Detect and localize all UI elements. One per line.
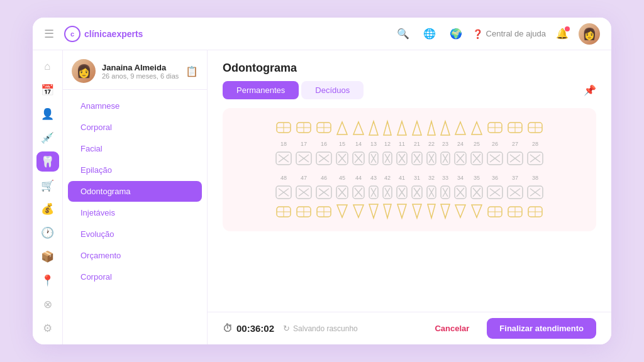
lower-tooth-34[interactable] <box>453 202 467 220</box>
box-44[interactable] <box>352 185 365 200</box>
sidebar-item-orcamento[interactable]: Orçamento <box>68 245 202 266</box>
tab-deciduos[interactable]: Decíduos <box>301 81 364 99</box>
lower-tooth-43[interactable] <box>368 202 379 220</box>
box-36[interactable] <box>486 185 504 200</box>
box-32[interactable] <box>426 185 437 200</box>
lower-tooth-42[interactable] <box>382 202 393 220</box>
nav-shop[interactable]: 🛒 <box>36 175 59 195</box>
box-38[interactable] <box>526 185 544 200</box>
search-icon[interactable]: 🔍 <box>393 24 413 44</box>
nav-calendar[interactable]: 📅 <box>36 80 59 101</box>
sidebar-item-odontograma[interactable]: Odontograma <box>68 181 202 202</box>
lower-tooth-33[interactable] <box>440 202 451 220</box>
sidebar-item-corporal-2[interactable]: Corporal <box>68 266 202 287</box>
sidebar-item-facial[interactable]: Facial <box>68 138 202 159</box>
tooth-17[interactable] <box>295 119 313 137</box>
lower-tooth-35[interactable] <box>470 202 484 220</box>
box-12[interactable] <box>382 151 393 166</box>
box-35[interactable] <box>470 185 484 200</box>
tooth-13[interactable] <box>368 119 379 137</box>
avatar[interactable]: 👩 <box>579 23 600 45</box>
tooth-22[interactable] <box>426 119 437 137</box>
lower-tooth-37[interactable] <box>506 202 524 220</box>
nav-treatments[interactable]: 💉 <box>36 128 59 148</box>
lower-tooth-31[interactable] <box>411 202 423 220</box>
sidebar-item-corporal-1[interactable]: Corporal <box>68 117 202 138</box>
box-11[interactable] <box>396 151 408 166</box>
tooth-28[interactable] <box>526 119 544 137</box>
box-28[interactable] <box>526 151 544 166</box>
menu-icon[interactable]: ☰ <box>44 27 54 41</box>
sidebar-item-epilacao[interactable]: Epilação <box>68 160 202 180</box>
globe-icon[interactable]: 🌍 <box>446 24 466 44</box>
nav-home[interactable]: ⌂ <box>36 57 59 77</box>
nav-settings[interactable]: ⚙ <box>36 318 59 338</box>
nav-stock[interactable]: 📦 <box>36 247 59 267</box>
nav-history[interactable]: 🕐 <box>36 223 59 243</box>
translate-icon[interactable]: 🌐 <box>419 24 440 44</box>
tooth-24[interactable] <box>453 119 467 137</box>
lower-tooth-48[interactable] <box>275 202 292 220</box>
tooth-12[interactable] <box>382 119 393 137</box>
box-46[interactable] <box>315 185 333 200</box>
box-31[interactable] <box>411 185 423 200</box>
box-41[interactable] <box>396 185 408 200</box>
help-icon: ❓ <box>472 29 483 39</box>
box-16[interactable] <box>315 151 333 166</box>
clipboard-icon[interactable]: 📋 <box>186 65 198 77</box>
lower-tooth-41[interactable] <box>396 202 408 220</box>
lower-tooth-46[interactable] <box>315 202 333 220</box>
box-43[interactable] <box>368 185 379 200</box>
tooth-11[interactable] <box>396 119 408 137</box>
box-26[interactable] <box>486 151 504 166</box>
box-37[interactable] <box>506 185 524 200</box>
sidebar-item-evolucao[interactable]: Evolução <box>68 224 202 244</box>
lower-tooth-38[interactable] <box>526 202 544 220</box>
box-17[interactable] <box>295 151 313 166</box>
tooth-27[interactable] <box>506 119 524 137</box>
lower-tooth-45[interactable] <box>335 202 349 220</box>
num-48: 48 <box>275 175 292 181</box>
box-21[interactable] <box>411 151 423 166</box>
cancel-button[interactable]: Cancelar <box>426 319 478 337</box>
box-25[interactable] <box>470 151 484 166</box>
nav-close[interactable]: ⊗ <box>36 294 59 314</box>
box-47[interactable] <box>295 185 313 200</box>
box-42[interactable] <box>382 185 393 200</box>
nav-finance[interactable]: 💰 <box>36 199 59 219</box>
tooth-14[interactable] <box>352 119 365 137</box>
box-45[interactable] <box>335 185 349 200</box>
tooth-18[interactable] <box>275 119 292 137</box>
tooth-25[interactable] <box>470 119 484 137</box>
box-27[interactable] <box>506 151 524 166</box>
sidebar-item-injetaveis[interactable]: Injetáveis <box>68 202 202 223</box>
tooth-23[interactable] <box>440 119 451 137</box>
lower-tooth-32[interactable] <box>426 202 437 220</box>
box-34[interactable] <box>453 185 467 200</box>
nav-patients[interactable]: 👤 <box>36 104 59 124</box>
tooth-26[interactable] <box>486 119 504 137</box>
tooth-21[interactable] <box>411 119 423 137</box>
lower-tooth-44[interactable] <box>352 202 365 220</box>
box-23[interactable] <box>440 151 451 166</box>
nav-odontogram[interactable]: 🦷 <box>36 151 59 172</box>
tooth-16[interactable] <box>315 119 333 137</box>
box-15[interactable] <box>335 151 349 166</box>
sidebar-item-anamnese[interactable]: Anamnese <box>68 96 202 116</box>
tooth-15[interactable] <box>335 119 349 137</box>
box-18[interactable] <box>275 151 292 166</box>
box-33[interactable] <box>440 185 451 200</box>
nav-location[interactable]: 📍 <box>36 270 59 290</box>
box-24[interactable] <box>453 151 467 166</box>
notification-button[interactable]: 🔔 <box>552 24 572 44</box>
box-14[interactable] <box>352 151 365 166</box>
finish-button[interactable]: Finalizar atendimento <box>487 318 596 339</box>
box-48[interactable] <box>275 185 292 200</box>
lower-tooth-36[interactable] <box>486 202 504 220</box>
pin-icon[interactable]: 📌 <box>584 84 596 96</box>
tab-permanentes[interactable]: Permanentes <box>223 81 299 99</box>
lower-tooth-47[interactable] <box>295 202 313 220</box>
box-13[interactable] <box>368 151 379 166</box>
box-22[interactable] <box>426 151 437 166</box>
help-button[interactable]: ❓ Central de ajuda <box>472 29 546 39</box>
